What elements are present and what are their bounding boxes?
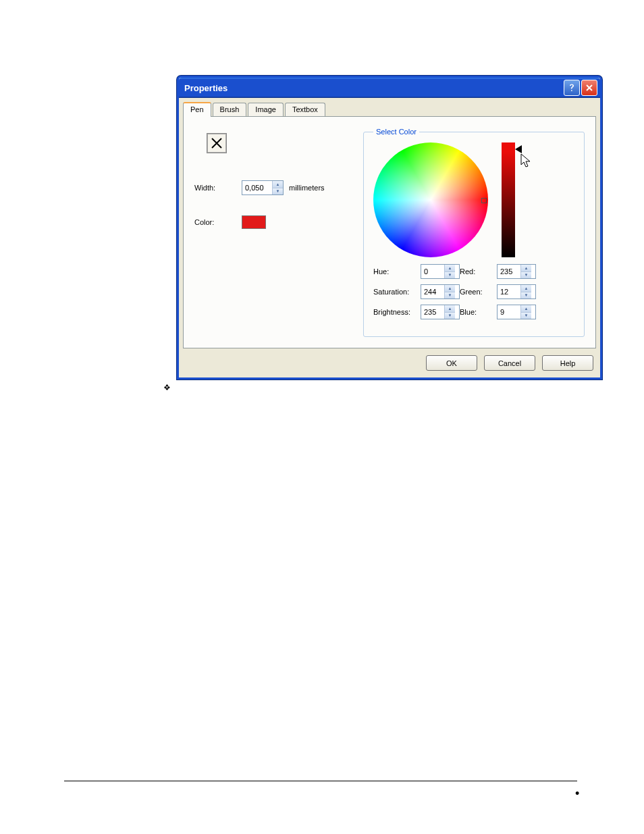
- cursor-icon: [520, 153, 534, 170]
- hue-spin-down[interactable]: ▼: [445, 271, 455, 279]
- ok-button[interactable]: OK: [426, 355, 477, 371]
- width-spin-up[interactable]: ▲: [273, 181, 283, 188]
- width-spin-down[interactable]: ▼: [273, 188, 283, 195]
- color-swatch[interactable]: [242, 215, 266, 229]
- cancel-button[interactable]: Cancel: [484, 355, 535, 371]
- hue-input-wrapper: ▲▼: [421, 264, 460, 279]
- width-input[interactable]: [242, 181, 272, 194]
- titlebar-button-group: [564, 80, 597, 96]
- red-spin-down[interactable]: ▼: [521, 271, 531, 279]
- green-spin-up[interactable]: ▲: [521, 285, 531, 292]
- sat-spin-up[interactable]: ▲: [445, 285, 455, 292]
- bri-spin-down[interactable]: ▼: [445, 312, 455, 319]
- blue-spin-down[interactable]: ▼: [521, 312, 531, 319]
- titlebar[interactable]: Properties: [179, 78, 600, 98]
- bullet-icon: ❖: [163, 383, 171, 392]
- blue-input[interactable]: [498, 305, 520, 319]
- properties-dialog: Properties Pen Brush Image Textbox: [177, 76, 602, 380]
- horizontal-rule: [64, 781, 577, 781]
- tab-pen[interactable]: Pen: [183, 102, 211, 117]
- dialog-title: Properties: [184, 83, 227, 93]
- width-spinner: ▲ ▼: [272, 181, 283, 194]
- help-titlebar-button[interactable]: [564, 80, 580, 96]
- hue-label: Hue:: [373, 267, 421, 276]
- red-spin-up[interactable]: ▲: [521, 265, 531, 271]
- saturation-input[interactable]: [421, 285, 444, 298]
- hue-input[interactable]: [421, 265, 444, 278]
- tab-brush[interactable]: Brush: [213, 103, 247, 118]
- page-dot-icon: •: [575, 787, 579, 801]
- x-icon: [211, 137, 223, 149]
- width-input-wrapper: ▲ ▼: [242, 180, 284, 195]
- pen-settings-column: Width: ▲ ▼ millimeters Color:: [194, 128, 363, 337]
- width-unit: millimeters: [289, 184, 325, 192]
- green-input[interactable]: [498, 285, 520, 298]
- brightness-bar[interactable]: [502, 142, 515, 257]
- help-button[interactable]: Help: [542, 355, 593, 371]
- width-row: Width: ▲ ▼ millimeters: [194, 180, 363, 195]
- blue-spin-up[interactable]: ▲: [521, 305, 531, 312]
- tabstrip: Pen Brush Image Textbox: [183, 102, 596, 117]
- picker-row: [373, 142, 574, 257]
- brightness-input-wrapper: ▲▼: [421, 305, 460, 319]
- red-input-wrapper: ▲▼: [497, 264, 536, 279]
- saturation-label: Saturation:: [373, 288, 421, 296]
- close-titlebar-button[interactable]: [581, 80, 597, 96]
- wheel-marker[interactable]: [481, 198, 487, 203]
- green-input-wrapper: ▲▼: [497, 284, 536, 299]
- width-label: Width:: [194, 184, 242, 192]
- select-color-legend: Select Color: [373, 128, 419, 136]
- color-label: Color:: [194, 218, 242, 226]
- saturation-input-wrapper: ▲▼: [421, 284, 460, 299]
- color-value-grid: Hue: ▲▼ Red: ▲▼ Saturation: ▲▼: [373, 264, 574, 319]
- tabpanel-pen: Width: ▲ ▼ millimeters Color:: [183, 116, 596, 348]
- brightness-input[interactable]: [421, 305, 444, 319]
- tab-textbox[interactable]: Textbox: [285, 103, 325, 118]
- close-icon: [585, 84, 593, 92]
- green-spin-down[interactable]: ▼: [521, 292, 531, 299]
- tab-image[interactable]: Image: [248, 103, 284, 118]
- dialog-body: Pen Brush Image Textbox Width: ▲: [179, 98, 600, 377]
- green-label: Green:: [460, 288, 497, 296]
- bri-spin-up[interactable]: ▲: [445, 305, 455, 312]
- brightness-label: Brightness:: [373, 308, 421, 316]
- blue-label: Blue:: [460, 308, 497, 316]
- question-icon: [568, 83, 576, 93]
- red-input[interactable]: [498, 265, 520, 278]
- hue-spin-up[interactable]: ▲: [445, 265, 455, 271]
- red-label: Red:: [460, 267, 497, 276]
- sat-spin-down[interactable]: ▼: [445, 292, 455, 299]
- select-color-group: Select Color Hue:: [363, 128, 585, 337]
- dialog-footer: OK Cancel Help: [183, 348, 596, 373]
- brightness-slider-icon[interactable]: [515, 145, 522, 153]
- color-row: Color:: [194, 215, 363, 229]
- color-wheel[interactable]: [373, 142, 488, 257]
- no-pen-button[interactable]: [207, 133, 227, 153]
- blue-input-wrapper: ▲▼: [497, 305, 536, 319]
